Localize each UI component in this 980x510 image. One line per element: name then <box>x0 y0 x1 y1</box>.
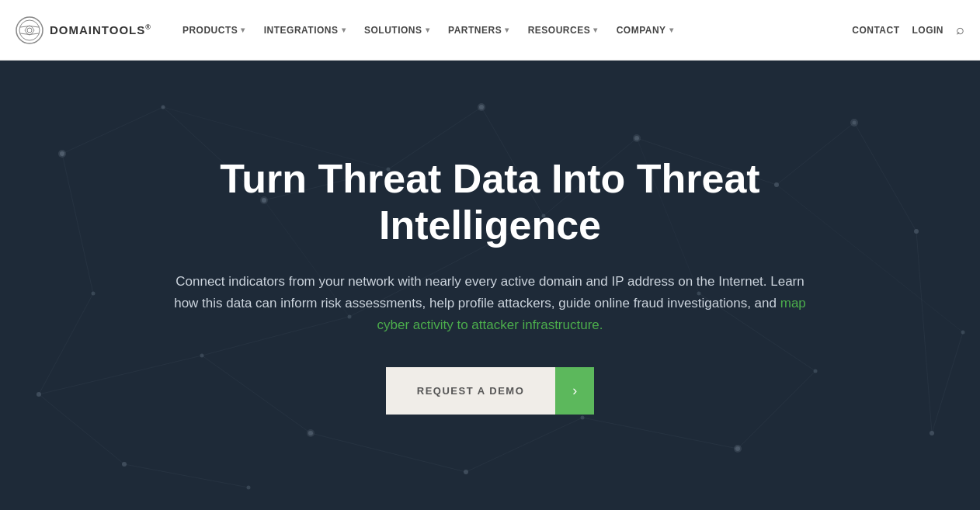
svg-point-60 <box>850 119 858 127</box>
navbar: DOMAINTOOLS® PRODUCTS▾ INTEGRATIONS▾ SOL… <box>0 0 980 61</box>
hero-section: Turn Threat Data Into Threat Intelligenc… <box>0 61 980 510</box>
search-icon[interactable]: ⌕ <box>956 22 964 38</box>
nav-item-company[interactable]: COMPANY▾ <box>609 20 681 40</box>
svg-point-0 <box>16 17 43 43</box>
nav-login[interactable]: LOGIN <box>912 25 944 36</box>
svg-point-2 <box>27 28 32 33</box>
nav-item-solutions[interactable]: SOLUTIONS▾ <box>356 20 437 40</box>
nav-item-partners[interactable]: PARTNERS▾ <box>440 20 517 40</box>
svg-point-61 <box>307 429 315 437</box>
nav-right: CONTACT LOGIN ⌕ <box>852 22 964 38</box>
nav-item-integrations[interactable]: INTEGRATIONS▾ <box>256 20 353 40</box>
hero-subtitle: Connect indicators from your network wit… <box>164 271 816 336</box>
request-demo-arrow-button[interactable]: › <box>555 367 594 415</box>
svg-point-59 <box>633 134 641 142</box>
hero-subtitle-text: Connect indicators from your network wit… <box>174 274 805 311</box>
nav-main: PRODUCTS▾ INTEGRATIONS▾ SOLUTIONS▾ PARTN… <box>175 20 852 40</box>
cta-container: REQUEST A DEMO › <box>164 367 816 415</box>
hero-title: Turn Threat Data Into Threat Intelligenc… <box>164 156 816 249</box>
hero-content: Turn Threat Data Into Threat Intelligenc… <box>102 156 878 415</box>
logo-link[interactable]: DOMAINTOOLS® <box>16 16 151 44</box>
svg-point-58 <box>478 103 485 111</box>
nav-item-resources[interactable]: RESOURCES▾ <box>520 20 606 40</box>
svg-point-62 <box>734 445 742 453</box>
nav-item-products[interactable]: PRODUCTS▾ <box>175 20 253 40</box>
svg-point-1 <box>19 20 40 40</box>
nav-contact[interactable]: CONTACT <box>852 25 899 36</box>
svg-point-56 <box>58 150 66 158</box>
logo-text: DOMAINTOOLS® <box>50 23 151 36</box>
logo-icon <box>16 16 43 44</box>
request-demo-button[interactable]: REQUEST A DEMO <box>386 367 556 415</box>
